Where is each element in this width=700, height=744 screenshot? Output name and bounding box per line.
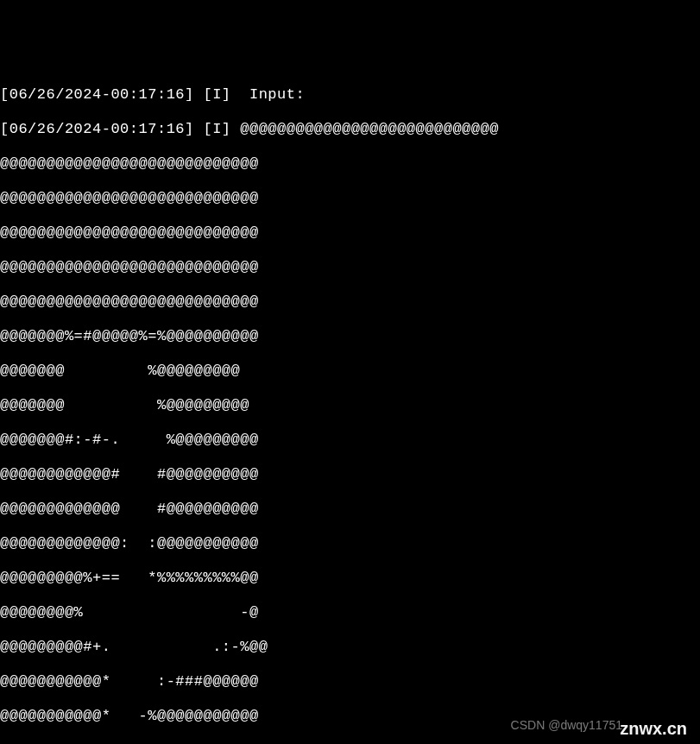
terminal-output: [06/26/2024-00:17:16] [I] Input: [06/26/… <box>0 69 700 744</box>
log-ascii-header: [06/26/2024-00:17:16] [I] @@@@@@@@@@@@@@… <box>0 121 700 138</box>
ascii-art-line: @@@@@@@@@@@@@@@@@@@@@@@@@@@@ <box>0 190 700 207</box>
ascii-art-line: @@@@@@@@% -@ <box>0 604 700 621</box>
ascii-art-line: @@@@@@@@@@@@@: :@@@@@@@@@@@ <box>0 535 700 552</box>
ascii-art-line: @@@@@@@@@@@* :-###@@@@@@ <box>0 673 700 690</box>
csdn-watermark: CSDN @dwqy11751 <box>511 716 622 734</box>
ascii-art-line: @@@@@@@@@%+== *%%%%%%%%%@@ <box>0 570 700 587</box>
log-input-header: [06/26/2024-00:17:16] [I] Input: <box>0 86 700 104</box>
ascii-art-line: @@@@@@@@@@@@@@@@@@@@@@@@@@@@ <box>0 155 700 173</box>
ascii-art-line: @@@@@@@@@@@@@@@@@@@@@@@@@@@@ <box>0 293 700 311</box>
ascii-art-line: @@@@@@@@@@@@# #@@@@@@@@@@ <box>0 466 700 483</box>
ascii-art-line: @@@@@@@@@@@@@ #@@@@@@@@@@ <box>0 501 700 518</box>
ascii-art-line: @@@@@@@@@#+. .:-%@@ <box>0 639 700 656</box>
znwx-watermark: znwx.cn <box>620 720 687 737</box>
ascii-art-line: @@@@@@@%=#@@@@@%=%@@@@@@@@@@ <box>0 328 700 345</box>
ascii-art-line: @@@@@@@#:-#-. %@@@@@@@@@ <box>0 432 700 449</box>
ascii-art-line: @@@@@@@ %@@@@@@@@@ <box>0 363 700 380</box>
ascii-art-line: @@@@@@@ %@@@@@@@@@ <box>0 397 700 414</box>
ascii-art-line: @@@@@@@@@@@@@@@@@@@@@@@@@@@@ <box>0 224 700 242</box>
ascii-art-line: @@@@@@@@@@@@@@@@@@@@@@@@@@@@ <box>0 259 700 276</box>
